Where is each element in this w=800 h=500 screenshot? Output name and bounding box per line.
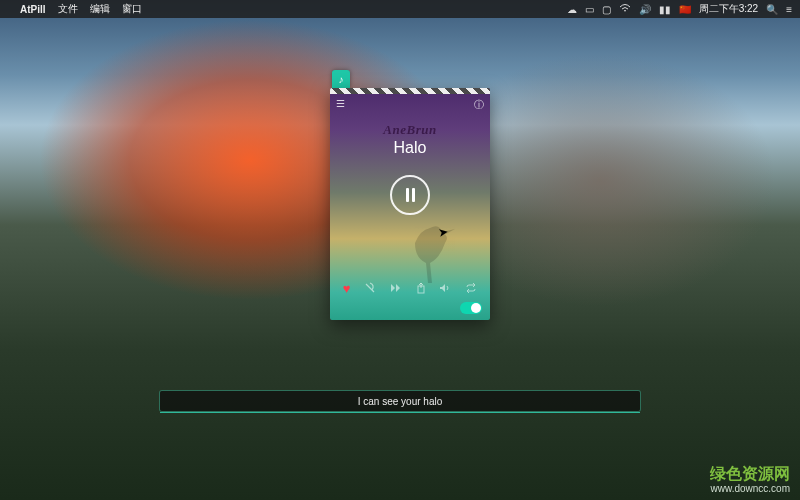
loop-icon[interactable] xyxy=(465,283,477,295)
display-icon[interactable]: ▢ xyxy=(602,4,611,15)
music-tab-icon[interactable]: ♪ xyxy=(332,70,350,88)
heart-icon[interactable]: ♥ xyxy=(343,281,351,296)
info-icon[interactable]: ⓘ xyxy=(474,98,484,112)
watermark-cn: 绿色资源网 xyxy=(710,465,790,483)
wifi-icon[interactable] xyxy=(619,3,631,15)
menu-bar: AtPill 文件 编辑 窗口 ☁ ▭ ▢ 🔊 ▮▮ 🇨🇳 周二下午3:22 🔍… xyxy=(0,0,800,18)
book-icon[interactable]: ▭ xyxy=(585,4,594,15)
toggle-switch[interactable] xyxy=(460,302,482,314)
volume-control-icon[interactable] xyxy=(439,283,451,295)
lyrics-underline xyxy=(160,412,640,413)
app-menu[interactable]: AtPill xyxy=(20,4,46,15)
bird-silhouette-icon xyxy=(400,218,460,288)
input-icon[interactable]: 🇨🇳 xyxy=(679,4,691,15)
watermark-en: www.downcc.com xyxy=(710,483,790,494)
desktop-background: AtPill 文件 编辑 窗口 ☁ ▭ ▢ 🔊 ▮▮ 🇨🇳 周二下午3:22 🔍… xyxy=(0,0,800,500)
menu-file[interactable]: 文件 xyxy=(58,2,78,16)
player-window: ♪ ☰ ⓘ AneBrun Halo ♥ xyxy=(330,88,490,320)
menu-window[interactable]: 窗口 xyxy=(122,2,142,16)
next-icon[interactable] xyxy=(390,283,402,295)
battery-icon[interactable]: ▮▮ xyxy=(659,4,671,15)
lyrics-text: I can see your halo xyxy=(358,396,443,407)
watermark: 绿色资源网 www.downcc.com xyxy=(710,465,790,494)
dislike-icon[interactable] xyxy=(364,282,376,296)
search-icon[interactable]: 🔍 xyxy=(766,4,778,15)
share-icon[interactable] xyxy=(416,282,426,296)
menu-edit[interactable]: 编辑 xyxy=(90,2,110,16)
menu-extra-icon[interactable]: ≡ xyxy=(786,4,792,15)
track-title: Halo xyxy=(330,139,490,157)
list-icon[interactable]: ☰ xyxy=(336,98,345,112)
player-controls: ♥ xyxy=(330,281,490,296)
cloud-icon[interactable]: ☁ xyxy=(567,4,577,15)
clock[interactable]: 周二下午3:22 xyxy=(699,2,758,16)
volume-icon[interactable]: 🔊 xyxy=(639,4,651,15)
pause-button[interactable] xyxy=(390,175,430,215)
artist-label: AneBrun xyxy=(330,122,490,138)
player-body: ☰ ⓘ AneBrun Halo ♥ xyxy=(330,88,490,320)
lyrics-bar: I can see your halo xyxy=(160,391,640,411)
